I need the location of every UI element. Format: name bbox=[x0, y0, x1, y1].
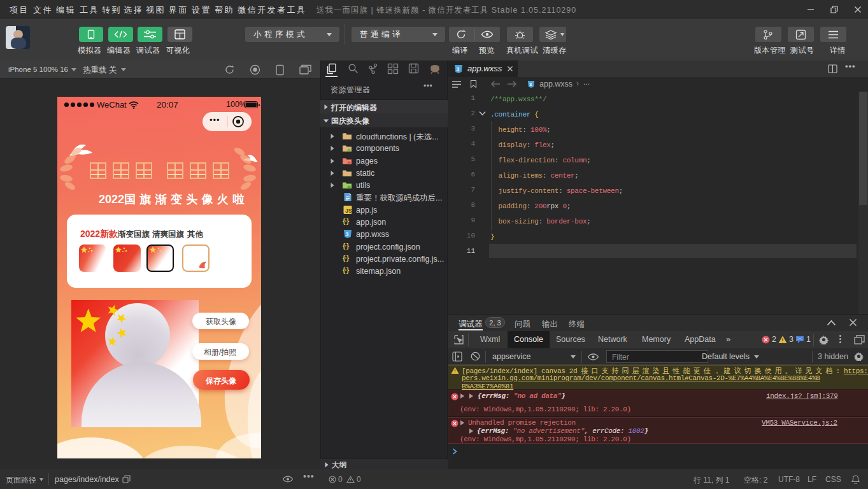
svg-text:3: 3 bbox=[529, 82, 532, 87]
svg-text:3: 3 bbox=[457, 66, 460, 73]
svg-text:JS: JS bbox=[345, 207, 352, 213]
svg-text:3: 3 bbox=[346, 231, 349, 237]
